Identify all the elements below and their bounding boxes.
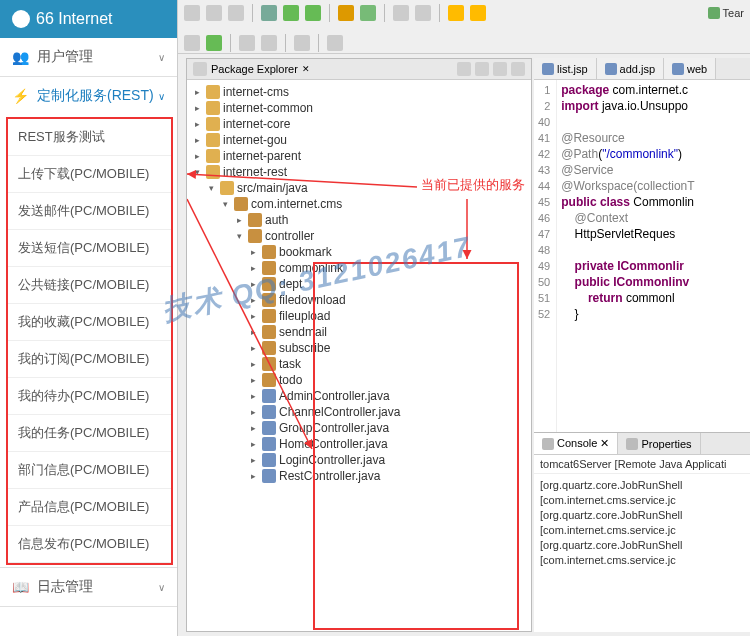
globe-icon (12, 10, 30, 28)
tree-row[interactable]: ▸todo (189, 372, 529, 388)
tree-row[interactable]: ▸AdminController.java (189, 388, 529, 404)
console-icon (542, 438, 554, 450)
tree-row[interactable]: ▸fileupload (189, 308, 529, 324)
menu-item[interactable]: REST服务测试 (8, 119, 171, 156)
console-tab[interactable]: Properties (618, 433, 700, 454)
menu-item[interactable]: 我的待办(PC/MOBILE) (8, 378, 171, 415)
pkg-icon (262, 293, 276, 307)
pkg-icon (262, 261, 276, 275)
package-tree[interactable]: ▸internet-cms▸internet-common▸internet-c… (187, 80, 531, 631)
nav-log[interactable]: 📖日志管理 ∨ (0, 568, 177, 606)
menu-item[interactable]: 我的任务(PC/MOBILE) (8, 415, 171, 452)
console-output[interactable]: [org.quartz.core.JobRunShell[com.interne… (534, 474, 750, 632)
pkg-icon (248, 213, 262, 227)
tree-row[interactable]: ▸internet-core (189, 116, 529, 132)
menu-item[interactable]: 我的订阅(PC/MOBILE) (8, 341, 171, 378)
tree-row[interactable]: ▸bookmark (189, 244, 529, 260)
new-icon[interactable] (184, 5, 200, 21)
bolt-icon: ⚡ (12, 88, 29, 104)
tb3-icon[interactable] (239, 35, 255, 51)
menu-icon[interactable] (493, 62, 507, 76)
nav-rest[interactable]: ⚡定制化服务(REST) ∨ (0, 77, 177, 115)
fld-icon (206, 117, 220, 131)
tree-row[interactable]: ▸task (189, 356, 529, 372)
class-icon[interactable] (360, 5, 376, 21)
tree-row[interactable]: ▾src/main/java (189, 180, 529, 196)
menu-item[interactable]: 部门信息(PC/MOBILE) (8, 452, 171, 489)
code-editor[interactable]: 1240414243444546474849505152 package com… (534, 80, 750, 432)
nav-fwd-icon[interactable] (470, 5, 486, 21)
pkg-icon (262, 277, 276, 291)
editor-tab[interactable]: add.jsp (597, 58, 664, 79)
menu-item[interactable]: 发送短信(PC/MOBILE) (8, 230, 171, 267)
tree-row[interactable]: ▸HomeController.java (189, 436, 529, 452)
editor-tab[interactable]: web (664, 58, 716, 79)
tree-row[interactable]: ▸internet-cms (189, 84, 529, 100)
run-ext-icon[interactable] (305, 5, 321, 21)
menu-item[interactable]: 公共链接(PC/MOBILE) (8, 267, 171, 304)
refresh-icon[interactable] (206, 35, 222, 51)
menu-item[interactable]: 我的收藏(PC/MOBILE) (8, 304, 171, 341)
editor-tabs: list.jspadd.jspweb (534, 58, 750, 80)
tree-row[interactable]: ▸LoginController.java (189, 452, 529, 468)
editor-tab[interactable]: list.jsp (534, 58, 597, 79)
menu-item[interactable]: 上传下载(PC/MOBILE) (8, 156, 171, 193)
toggle-icon[interactable] (415, 5, 431, 21)
tree-row[interactable]: ▸auth (189, 212, 529, 228)
tree-row[interactable]: ▸subscribe (189, 340, 529, 356)
tree-row[interactable]: ▾controller (189, 228, 529, 244)
tree-row[interactable]: ▸ChannelController.java (189, 404, 529, 420)
console-subtitle: tomcat6Server [Remote Java Applicati (534, 455, 750, 474)
debug-icon[interactable] (261, 5, 277, 21)
java-icon (262, 453, 276, 467)
fld-icon (206, 133, 220, 147)
fld-icon (206, 85, 220, 99)
tree-row[interactable]: ▸filedownload (189, 292, 529, 308)
tb4-icon[interactable] (261, 35, 277, 51)
file-icon (672, 63, 684, 75)
brand-title: 66 Internet (36, 10, 113, 28)
nav-users[interactable]: 👥用户管理 ∨ (0, 38, 177, 76)
tree-row[interactable]: ▾com.internet.cms (189, 196, 529, 212)
tree-row[interactable]: ▾internet-rest (189, 164, 529, 180)
link-icon[interactable] (475, 62, 489, 76)
run-icon[interactable] (283, 5, 299, 21)
menu-item[interactable]: 产品信息(PC/MOBILE) (8, 489, 171, 526)
save-all-icon[interactable] (228, 5, 244, 21)
chevron-down-icon: ∨ (158, 91, 165, 102)
tb5-icon[interactable] (294, 35, 310, 51)
menu-item[interactable]: 发送邮件(PC/MOBILE) (8, 193, 171, 230)
collapse-icon[interactable] (457, 62, 471, 76)
pkg-icon (262, 309, 276, 323)
java-icon (262, 437, 276, 451)
pkg-icon (248, 229, 262, 243)
tree-row[interactable]: ▸internet-gou (189, 132, 529, 148)
console-tab[interactable]: Console ✕ (534, 433, 618, 454)
package-icon[interactable] (338, 5, 354, 21)
package-explorer: Package Explorer ✕ ▸internet-cms▸interne… (186, 58, 532, 632)
tree-row[interactable]: ▸dept (189, 276, 529, 292)
java-icon (262, 389, 276, 403)
tree-row[interactable]: ▸sendmail (189, 324, 529, 340)
tree-row[interactable]: ▸GroupController.java (189, 420, 529, 436)
tb2-icon[interactable] (184, 35, 200, 51)
tree-row[interactable]: ▸RestController.java (189, 468, 529, 484)
tree-row[interactable]: ▸internet-common (189, 100, 529, 116)
pkg-icon (262, 325, 276, 339)
search-icon[interactable] (393, 5, 409, 21)
java-icon (262, 469, 276, 483)
tree-row[interactable]: ▸commonlink (189, 260, 529, 276)
nav-back-icon[interactable] (448, 5, 464, 21)
min-icon[interactable] (511, 62, 525, 76)
team-button[interactable]: Tear (708, 7, 744, 19)
java-icon (262, 405, 276, 419)
save-icon[interactable] (206, 5, 222, 21)
sidebar: 66 Internet 👥用户管理 ∨ ⚡定制化服务(REST) ∨ REST服… (0, 0, 178, 636)
users-icon: 👥 (12, 49, 29, 65)
pkg-icon (262, 357, 276, 371)
tb6-icon[interactable] (327, 35, 343, 51)
ide-area: Tear Package Explorer ✕ (178, 0, 750, 636)
tree-row[interactable]: ▸internet-parent (189, 148, 529, 164)
chevron-down-icon: ∨ (158, 582, 165, 593)
menu-item[interactable]: 信息发布(PC/MOBILE) (8, 526, 171, 563)
